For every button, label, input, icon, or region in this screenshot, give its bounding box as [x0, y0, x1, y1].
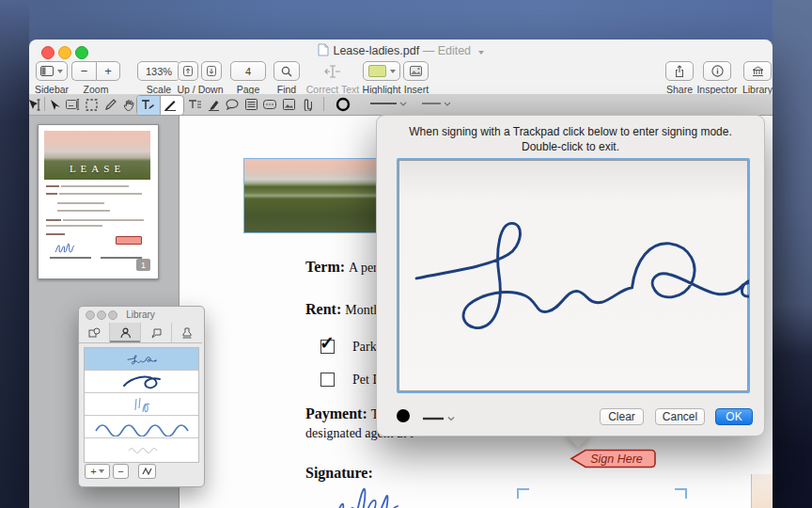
thumbnail-page-badge: 1: [136, 259, 150, 271]
tenant-selection-bracket-tl: [517, 488, 529, 499]
find-button[interactable]: [273, 61, 300, 81]
sign-here-label: Sign Here: [590, 452, 643, 466]
image-annotation-tool-icon[interactable]: [280, 96, 297, 113]
page-thumbnail[interactable]: LEASE 1: [38, 124, 159, 279]
signature-tool-icon[interactable]: [162, 96, 179, 113]
payment-label: Payment:: [305, 405, 367, 421]
clear-button[interactable]: Clear: [600, 408, 644, 425]
popup-instruction-line1: When signing with a Trackpad click below…: [377, 124, 764, 139]
cancel-button[interactable]: Cancel: [655, 408, 705, 425]
inspector-button[interactable]: [703, 61, 731, 81]
ink-color-swatch[interactable]: [397, 409, 410, 422]
signature-list: [84, 347, 199, 463]
edit-text-tool-icon[interactable]: [64, 96, 81, 113]
signature-popup: When signing with a Trackpad click below…: [376, 115, 765, 437]
tab-stamps[interactable]: [172, 323, 202, 342]
signature-row-scribble[interactable]: [85, 393, 198, 416]
pencil-tool-icon[interactable]: [102, 96, 118, 113]
tab-shapes[interactable]: [79, 323, 110, 342]
signature-row-janedoe[interactable]: [85, 348, 198, 371]
hand-tool-icon[interactable]: [120, 96, 137, 113]
chevron-down-icon: [390, 70, 396, 73]
desktop: Lease-ladies.pdf — Edited Sidebar − + Zo…: [0, 0, 812, 508]
zoom-out-button[interactable]: −: [71, 61, 96, 81]
desktop-wallpaper-right: [773, 0, 812, 508]
palette-tabs: [79, 323, 202, 343]
text-annotation-tool-icon[interactable]: [139, 96, 156, 113]
landlord-signature: [328, 478, 414, 508]
highlight-button[interactable]: [363, 61, 400, 81]
signature-row-loop[interactable]: [85, 371, 198, 393]
stroke-width-dropdown[interactable]: [367, 96, 409, 113]
document-proxy-icon[interactable]: [318, 43, 329, 59]
insert-button[interactable]: [403, 61, 429, 81]
tab-callouts[interactable]: [141, 323, 172, 342]
marker-tool-icon[interactable]: [205, 96, 222, 113]
thumbnail-signature: [54, 240, 78, 255]
tab-signatures[interactable]: [110, 323, 141, 342]
term-label: Term:: [305, 259, 345, 275]
notes-list-tool-icon[interactable]: [242, 96, 259, 113]
pointer-tool-icon[interactable]: [46, 96, 63, 113]
ok-button[interactable]: OK: [715, 408, 753, 425]
share-button[interactable]: [665, 61, 694, 81]
window-edited-status: — Edited: [423, 44, 471, 57]
attachment-tool-icon[interactable]: [299, 96, 316, 113]
library-button[interactable]: [743, 61, 772, 81]
arrow-down-icon: [207, 66, 216, 76]
thumbnail-sign-here-flag: [116, 236, 142, 245]
signature-pad[interactable]: [397, 158, 750, 393]
signature-row-wave[interactable]: [85, 416, 198, 438]
drawn-signature: [399, 161, 749, 390]
popup-instruction-line2: Double-click to exit.: [377, 139, 764, 154]
correct-text-icon: [324, 65, 341, 78]
library-columns-icon: [752, 66, 764, 77]
search-icon: [281, 66, 292, 77]
zoom-in-button[interactable]: +: [96, 61, 120, 81]
add-signature-button[interactable]: +: [85, 464, 110, 479]
library-palette: Library + −: [78, 306, 205, 487]
arrow-up-icon: [183, 66, 193, 76]
toolbar-divider: [44, 97, 45, 111]
parking-checkbox[interactable]: ✓: [320, 340, 335, 354]
chevron-down-icon: [99, 469, 104, 473]
title-chevron-icon[interactable]: [478, 51, 484, 55]
zoom-control: − +: [71, 61, 120, 81]
rent-label: Rent:: [305, 301, 341, 317]
line-style-dropdown[interactable]: [419, 96, 453, 113]
insert-image-icon: [410, 66, 422, 76]
stroke-color-swatch[interactable]: [335, 96, 351, 113]
page-down-button[interactable]: [201, 61, 222, 81]
scale-button[interactable]: 133%: [137, 61, 180, 81]
remove-signature-button[interactable]: −: [113, 464, 129, 479]
sidebar-icon: [40, 66, 54, 76]
palette-title: Library: [79, 310, 202, 320]
info-icon: [711, 65, 724, 77]
comment-tool-icon[interactable]: [224, 96, 241, 113]
thumbnail-photo: LEASE: [44, 131, 150, 180]
correct-text-button: [319, 63, 347, 80]
ink-stroke-dropdown[interactable]: [422, 410, 458, 427]
annotation-toolbar: [29, 94, 773, 116]
titlebar[interactable]: Lease-ladies.pdf — Edited: [29, 40, 773, 62]
page-edge-backdrop: [751, 474, 773, 508]
signature-row-faint[interactable]: [85, 438, 198, 461]
draw-signature-button[interactable]: [138, 464, 156, 479]
tenant-selection-bracket-tr: [675, 488, 687, 499]
share-icon: [674, 65, 685, 77]
highlight-color-chip: [368, 65, 386, 77]
select-area-tool-icon[interactable]: [83, 96, 100, 113]
stamp-tool-icon[interactable]: [261, 96, 278, 113]
pet-deposit-checkbox[interactable]: [320, 373, 335, 387]
popup-instructions: When signing with a Trackpad click below…: [377, 124, 764, 154]
page-up-button[interactable]: [178, 61, 198, 81]
page-number-field[interactable]: 4: [230, 61, 266, 81]
thumbnail-lease-title: LEASE: [44, 163, 150, 174]
sign-here-flag[interactable]: Sign Here: [570, 448, 658, 469]
sidebar-button[interactable]: [36, 61, 68, 81]
text-box-tool-icon[interactable]: [186, 96, 203, 113]
text-select-tool-icon[interactable]: [26, 96, 43, 113]
checkmark-icon: ✓: [320, 332, 335, 354]
toolbar-divider: [323, 97, 324, 111]
signature-pad-surface[interactable]: [398, 160, 748, 391]
